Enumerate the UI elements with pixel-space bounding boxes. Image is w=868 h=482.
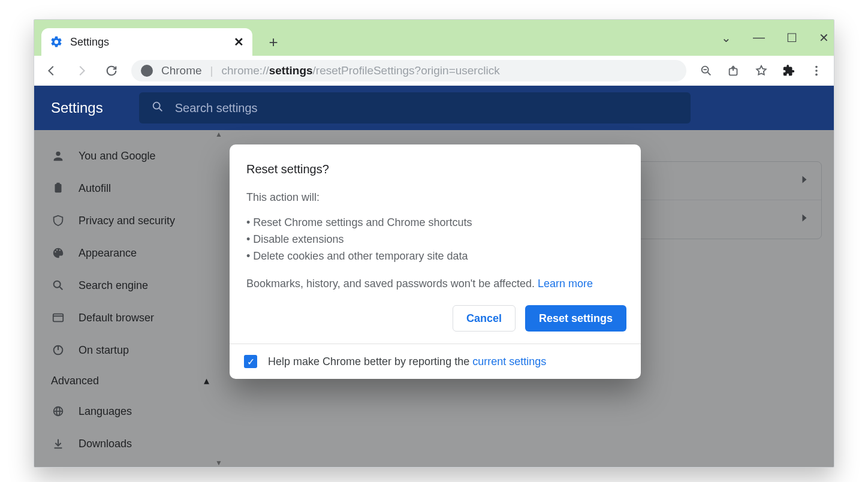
omnibox-host: Chrome	[161, 64, 202, 77]
bookmark-star-icon[interactable]	[755, 64, 768, 77]
settings-title: Settings	[51, 100, 103, 116]
cancel-button[interactable]: Cancel	[453, 305, 516, 332]
dialog-bullets: Reset Chrome settings and Chrome shortcu…	[246, 215, 624, 265]
forward-icon[interactable]	[75, 64, 88, 77]
svg-point-5	[815, 70, 818, 72]
svg-line-8	[159, 108, 162, 111]
chrome-icon	[141, 65, 153, 77]
search-icon	[151, 100, 164, 116]
current-settings-link[interactable]: current settings	[472, 356, 546, 367]
learn-more-link[interactable]: Learn more	[538, 278, 593, 290]
content-area: Settings Search settings ▲ You and Googl…	[34, 86, 834, 467]
dialog-bullet: Delete cookies and other temporary site …	[246, 248, 624, 265]
footer-text: Help make Chrome better by reporting the…	[268, 356, 546, 368]
reset-settings-dialog: Reset settings? This action will: Reset …	[230, 144, 641, 379]
gear-icon	[50, 35, 63, 49]
back-icon[interactable]	[45, 64, 58, 77]
new-tab-button[interactable]: +	[264, 33, 282, 51]
reset-settings-button[interactable]: Reset settings	[525, 305, 626, 332]
omnibox-separator: |	[210, 64, 213, 77]
report-settings-checkbox[interactable]: ✓	[244, 355, 257, 368]
zoom-icon[interactable]	[700, 64, 713, 77]
tab-strip: Settings ✕ + ⌄ — ☐ ✕	[34, 20, 834, 56]
browser-window: Settings ✕ + ⌄ — ☐ ✕ Chrome |	[34, 19, 834, 468]
tab-title: Settings	[70, 36, 227, 49]
dialog-bullet: Reset Chrome settings and Chrome shortcu…	[246, 215, 624, 231]
close-icon[interactable]: ✕	[234, 35, 244, 49]
settings-search[interactable]: Search settings	[139, 92, 691, 123]
toolbar-right	[700, 64, 823, 77]
chevron-down-icon[interactable]: ⌄	[721, 31, 731, 45]
minimize-icon[interactable]: —	[753, 31, 765, 45]
browser-toolbar: Chrome | chrome://settings/resetProfileS…	[34, 56, 834, 86]
share-icon[interactable]	[727, 64, 740, 77]
dialog-intro: This action will:	[246, 189, 624, 206]
close-window-icon[interactable]: ✕	[819, 31, 829, 45]
dialog-title: Reset settings?	[246, 160, 624, 179]
reload-icon[interactable]	[105, 64, 118, 77]
address-bar[interactable]: Chrome | chrome://settings/resetProfileS…	[131, 60, 686, 82]
dialog-footer: ✓ Help make Chrome better by reporting t…	[230, 344, 641, 379]
settings-header: Settings Search settings	[34, 86, 834, 130]
omnibox-url: chrome://settings/resetProfileSettings?o…	[222, 64, 500, 77]
dialog-note: Bookmarks, history, and saved passwords …	[246, 276, 624, 293]
maximize-icon[interactable]: ☐	[786, 31, 797, 45]
dialog-bullet: Disable extensions	[246, 231, 624, 248]
svg-point-4	[815, 65, 818, 68]
menu-dots-icon[interactable]	[810, 64, 823, 77]
svg-point-6	[815, 73, 818, 76]
svg-point-7	[153, 102, 159, 109]
dialog-body: Reset settings? This action will: Reset …	[230, 144, 641, 298]
search-placeholder: Search settings	[175, 101, 258, 115]
browser-tab[interactable]: Settings ✕	[41, 28, 252, 56]
extensions-icon[interactable]	[782, 64, 795, 77]
nav-buttons	[45, 64, 118, 77]
dialog-actions: Cancel Reset settings	[230, 298, 641, 344]
window-controls: ⌄ — ☐ ✕	[721, 31, 829, 45]
svg-line-1	[708, 72, 711, 75]
